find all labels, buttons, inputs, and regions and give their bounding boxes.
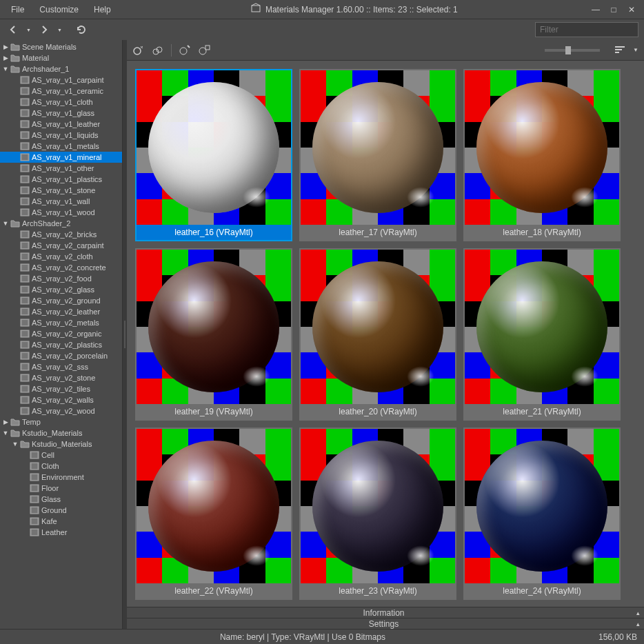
sort-menu-icon[interactable]	[614, 44, 626, 57]
tree-item[interactable]: AS_vray_v2_metals	[0, 317, 122, 328]
material-thumbnail[interactable]: leather_23 (VRayMtl)	[299, 427, 456, 600]
svg-rect-7	[21, 143, 29, 150]
save-preview-icon[interactable]	[198, 44, 210, 57]
tree-item[interactable]: AS_vray_v1_plastics	[0, 174, 122, 185]
tree-item[interactable]: ▼Kstudio_Materials	[0, 439, 122, 450]
tree-item[interactable]: Kafe	[0, 516, 122, 527]
render-preview-icon[interactable]	[179, 44, 191, 57]
maximize-button[interactable]: □	[608, 5, 619, 14]
menu-file[interactable]: File	[4, 2, 31, 17]
tree-item[interactable]: Floor	[0, 483, 122, 494]
tree-item[interactable]: AS_vray_v2_concrete	[0, 262, 122, 273]
tree-item[interactable]: AS_vray_v2_food	[0, 273, 122, 284]
tree-toggle-icon[interactable]: ▶	[1, 54, 10, 61]
tree-item[interactable]: Glass	[0, 494, 122, 505]
nav-toolbar: ▼ ▼	[0, 19, 644, 40]
tree-item[interactable]: ▶Scene Materials	[0, 41, 122, 52]
tree-item[interactable]: AS_vray_v1_carpaint	[0, 74, 122, 85]
close-button[interactable]: ✕	[626, 5, 637, 14]
tree-toggle-icon[interactable]: ▶	[1, 419, 10, 425]
status-material-info: Name: beryl | Type: VRayMtl | Use 0 Bitm…	[7, 632, 598, 642]
tree-item[interactable]: Cell	[0, 450, 122, 461]
minimize-button[interactable]: —	[590, 5, 601, 14]
tree-item[interactable]: AS_vray_v1_wall	[0, 196, 122, 207]
material-thumbnail[interactable]: leather_16 (VRayMtl)	[135, 69, 292, 241]
tree-item[interactable]: AS_vray_v1_metals	[0, 141, 122, 152]
tree-item[interactable]: AS_vray_v2_organic	[0, 328, 122, 339]
tree-item[interactable]: AS_vray_v2_plastics	[0, 339, 122, 350]
tree-item[interactable]: AS_vray_v2_glass	[0, 284, 122, 295]
folder-icon	[10, 429, 21, 437]
material-thumbnail[interactable]: leather_24 (VRayMtl)	[463, 427, 621, 600]
svg-point-39	[134, 48, 141, 54]
tree-item[interactable]: Environment	[0, 472, 122, 483]
tree-item[interactable]: ▶Material	[0, 52, 122, 63]
settings-panel-header[interactable]: Settings▴	[127, 618, 644, 629]
tree-item[interactable]: AS_vray_v1_ceramic	[0, 85, 122, 97]
material-thumbnail[interactable]: leather_17 (VRayMtl)	[299, 69, 456, 241]
back-dropdown-icon[interactable]: ▼	[23, 26, 34, 34]
thumbnail-label: leather_22 (VRayMtl)	[137, 583, 291, 598]
tree-item[interactable]: ▼ArchShader_2	[0, 218, 122, 229]
tree-item[interactable]: AS_vray_v1_liquids	[0, 130, 122, 141]
material-thumbnail[interactable]: leather_18 (VRayMtl)	[463, 69, 621, 241]
tree-item[interactable]: AS_vray_v1_other	[0, 163, 122, 174]
tree-item[interactable]: Ground	[0, 505, 122, 516]
back-button[interactable]	[6, 23, 21, 36]
menu-help[interactable]: Help	[87, 2, 118, 17]
material-thumbnail[interactable]: leather_19 (VRayMtl)	[135, 248, 292, 421]
tree-item[interactable]: AS_vray_v2_ground	[0, 295, 122, 306]
material-icon	[19, 98, 30, 106]
tree-toggle-icon[interactable]: ▼	[1, 66, 10, 72]
sort-dropdown-icon[interactable]: ▼	[633, 47, 638, 53]
tree-item[interactable]: AS_vray_v2_carpaint	[0, 240, 122, 251]
tree-item[interactable]: AS_vray_v2_tiles	[0, 383, 122, 394]
tree-item[interactable]: AS_vray_v2_stone	[0, 372, 122, 383]
tree-sidebar[interactable]: ▶Scene Materials▶Material▼Archshader_1AS…	[0, 40, 123, 629]
tree-toggle-icon[interactable]: ▼	[1, 220, 10, 227]
tree-item[interactable]: AS_vray_v2_porcelain	[0, 350, 122, 361]
filter-input[interactable]	[535, 22, 638, 37]
tree-toggle-icon[interactable]: ▶	[1, 43, 10, 50]
tree-item[interactable]: AS_vray_v1_stone	[0, 185, 122, 196]
svg-rect-1	[21, 77, 29, 83]
tree-item[interactable]: ▼Archshader_1	[0, 63, 122, 74]
menu-customize[interactable]: Customize	[32, 2, 85, 17]
tree-item-label: AS_vray_v2_food	[32, 274, 92, 283]
tree-item[interactable]: AS_vray_v2_bricks	[0, 229, 122, 240]
tree-item[interactable]: ▼Kstudio_Materials	[0, 427, 122, 439]
material-thumbnail[interactable]: leather_22 (VRayMtl)	[135, 427, 292, 600]
svg-rect-23	[21, 330, 29, 337]
tree-item[interactable]: Leather	[0, 527, 122, 538]
tree-item[interactable]: Cloth	[0, 461, 122, 472]
material-thumbnail[interactable]: leather_20 (VRayMtl)	[299, 248, 456, 421]
assign-material-icon[interactable]	[132, 44, 145, 57]
tree-item[interactable]: AS_vray_v2_walls	[0, 394, 122, 405]
tree-toggle-icon[interactable]: ▼	[11, 441, 19, 447]
tree-item[interactable]: AS_vray_v1_glass	[0, 108, 122, 119]
tree-item-label: Ground	[41, 506, 67, 514]
forward-dropdown-icon[interactable]: ▼	[54, 26, 65, 34]
multi-assign-icon[interactable]	[152, 44, 164, 57]
tree-toggle-icon[interactable]: ▼	[1, 430, 10, 436]
material-icon	[19, 330, 30, 338]
tree-item[interactable]: AS_vray_v2_leather	[0, 306, 122, 317]
tree-item[interactable]: AS_vray_v1_wood	[0, 207, 122, 218]
folder-icon	[10, 219, 21, 228]
material-icon	[19, 341, 30, 349]
forward-button[interactable]	[37, 23, 52, 36]
material-thumbnail[interactable]: leather_21 (VRayMtl)	[463, 248, 621, 421]
tree-item[interactable]: ▶Temp	[0, 416, 122, 427]
tree-item[interactable]: AS_vray_v2_sss	[0, 361, 122, 372]
tree-item[interactable]: AS_vray_v2_wood	[0, 405, 122, 416]
tree-item[interactable]: AS_vray_v1_cloth	[0, 97, 122, 108]
thumbnails-area[interactable]: leather_16 (VRayMtl)leather_17 (VRayMtl)…	[127, 61, 644, 607]
tree-item[interactable]: AS_vray_v1_leather	[0, 119, 122, 130]
tree-item[interactable]: AS_vray_v2_cloth	[0, 251, 122, 262]
svg-rect-25	[21, 352, 29, 359]
tree-item[interactable]: AS_vray_v1_mineral	[0, 152, 122, 163]
information-panel-header[interactable]: Information▴	[127, 607, 644, 618]
thumbnail-size-slider[interactable]	[545, 49, 600, 52]
refresh-button[interactable]	[73, 23, 90, 37]
tree-item-label: AS_vray_v1_stone	[32, 186, 95, 194]
